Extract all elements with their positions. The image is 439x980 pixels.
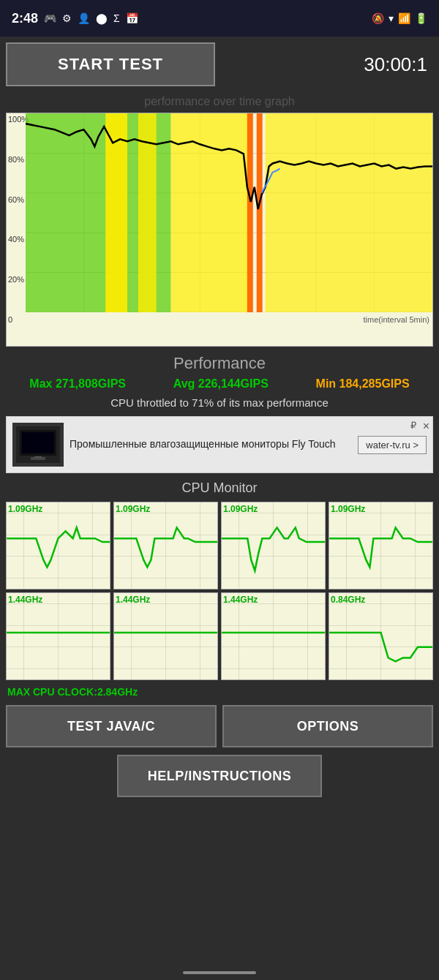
chart-canvas: 100% 80% 60% 40% 20% 0 bbox=[7, 113, 432, 325]
cpu-freq-0: 1.09GHz bbox=[8, 504, 42, 514]
help-instructions-button[interactable]: HELP/INSTRUCTIONS bbox=[117, 755, 322, 797]
perf-max: Max 271,808GIPS bbox=[29, 377, 126, 391]
bell-mute-icon: 🔕 bbox=[372, 12, 384, 24]
perf-avg: Avg 226,144GIPS bbox=[173, 377, 269, 391]
performance-stats: Max 271,808GIPS Avg 226,144GIPS Min 184,… bbox=[6, 377, 433, 391]
svg-rect-17 bbox=[257, 113, 263, 312]
cpu-core-2: 1.09GHz bbox=[221, 502, 326, 589]
cpu-freq-2: 1.09GHz bbox=[223, 504, 258, 514]
chart-svg bbox=[26, 113, 432, 312]
cpu-core-4: 1.44GHz bbox=[6, 592, 110, 680]
ad-text: Промышленные влагозащищенные мониторы Fl… bbox=[70, 437, 352, 452]
cpu-core-1: 1.09GHz bbox=[113, 502, 218, 589]
wifi-icon: ▾ bbox=[389, 12, 394, 24]
ad-link-button[interactable]: water-tv.ru > bbox=[358, 436, 427, 454]
cpu-core-5: 1.44GHz bbox=[113, 592, 218, 680]
perf-min: Min 184,285GIPS bbox=[316, 377, 410, 391]
svg-rect-13 bbox=[105, 113, 127, 312]
status-time: 2:48 bbox=[12, 11, 38, 26]
svg-rect-16 bbox=[247, 113, 253, 312]
svg-rect-23 bbox=[34, 456, 42, 458]
chart-title: performance over time graph bbox=[6, 92, 433, 110]
main-content: START TEST 30:00:1 performance over time… bbox=[0, 37, 439, 803]
ad-content: Промышленные влагозащищенные мониторы Fl… bbox=[70, 437, 352, 452]
max-cpu-clock: MAX CPU CLOCK:2.84GHz bbox=[6, 686, 433, 698]
cpu-monitor-title: CPU Monitor bbox=[6, 480, 433, 496]
bottom-buttons: TEST JAVA/C OPTIONS bbox=[6, 705, 433, 747]
ad-image bbox=[12, 423, 64, 467]
cpu-core-3: 1.09GHz bbox=[329, 502, 433, 589]
cpu-freq-4: 1.44GHz bbox=[8, 595, 42, 605]
cpu-freq-1: 1.09GHz bbox=[116, 504, 150, 514]
bottom-nav-indicator bbox=[183, 971, 256, 974]
svg-rect-21 bbox=[22, 432, 54, 453]
user-icon: 👤 bbox=[78, 12, 90, 24]
chart-x-label: time(interval 5min) bbox=[364, 315, 429, 324]
ad-rubles-icon: ₽ bbox=[410, 420, 416, 431]
svg-rect-18 bbox=[266, 113, 432, 312]
help-button-container: HELP/INSTRUCTIONS bbox=[6, 755, 433, 797]
performance-chart: 100% 80% 60% 40% 20% 0 bbox=[6, 113, 433, 347]
ad-banner: Промышленные влагозащищенные мониторы Fl… bbox=[6, 416, 433, 473]
settings-icon: ⚙ bbox=[62, 12, 72, 24]
cpu-core-7: 0.84GHz bbox=[329, 592, 433, 680]
cpu-freq-3: 1.09GHz bbox=[331, 504, 365, 514]
circle-icon: ⬤ bbox=[96, 12, 108, 24]
throttle-text: CPU throttled to 71% of its max performa… bbox=[6, 396, 433, 409]
battery-icon: 🔋 bbox=[415, 12, 427, 24]
y-label-0: 0 bbox=[8, 315, 29, 324]
status-right: 🔕 ▾ 📶 🔋 bbox=[372, 12, 427, 24]
status-left: 2:48 🎮 ⚙ 👤 ⬤ Σ 📅 bbox=[12, 11, 138, 26]
timer-display: 30:00:1 bbox=[221, 53, 433, 76]
cpu-core-0: 1.09GHz bbox=[6, 502, 110, 589]
status-bar: 2:48 🎮 ⚙ 👤 ⬤ Σ 📅 🔕 ▾ 📶 🔋 bbox=[0, 0, 439, 37]
options-button[interactable]: OPTIONS bbox=[222, 705, 433, 747]
cpu-core-6: 1.44GHz bbox=[221, 592, 326, 680]
cpu-grid: 1.09GHz 1.09GHz bbox=[6, 502, 433, 680]
sigma-icon: Σ bbox=[113, 12, 120, 24]
top-row: START TEST 30:00:1 bbox=[6, 42, 433, 86]
ad-close-button[interactable]: × bbox=[423, 420, 429, 433]
signal-icon: 📶 bbox=[398, 12, 410, 24]
cpu-freq-5: 1.44GHz bbox=[116, 595, 150, 605]
performance-title: Performance bbox=[6, 354, 433, 373]
cpu-freq-6: 1.44GHz bbox=[223, 595, 258, 605]
test-java-c-button[interactable]: TEST JAVA/C bbox=[6, 705, 217, 747]
start-test-button[interactable]: START TEST bbox=[6, 42, 215, 86]
cpu-freq-7: 0.84GHz bbox=[331, 595, 365, 605]
game-icon: 🎮 bbox=[44, 12, 56, 24]
calendar-icon: 📅 bbox=[126, 12, 138, 24]
